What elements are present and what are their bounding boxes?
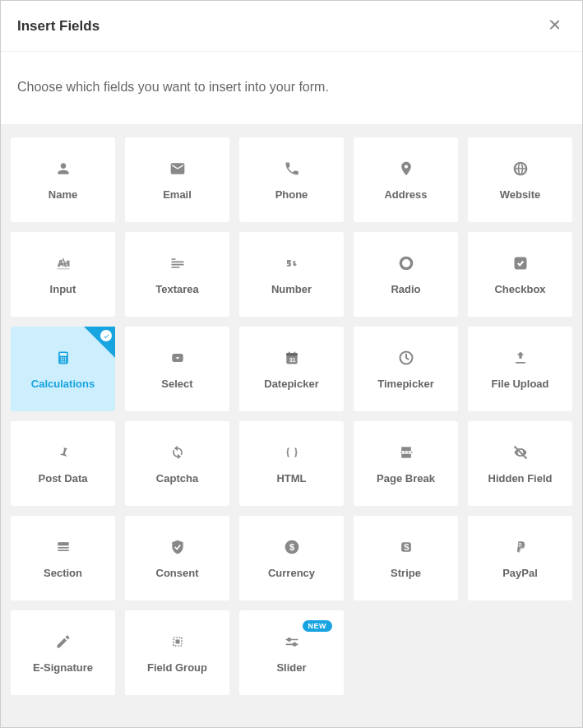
paypal-icon — [511, 537, 530, 557]
group-icon — [168, 632, 187, 651]
tile-label: PayPal — [502, 567, 538, 579]
tile-label: Timepicker — [377, 378, 433, 390]
tile-label: Website — [500, 188, 541, 201]
field-tile-hiddenfield[interactable]: Hidden Field — [468, 421, 572, 506]
dropdown-icon — [168, 348, 187, 368]
typeface-icon — [53, 253, 73, 273]
field-tile-datepicker[interactable]: Datepicker — [239, 327, 344, 411]
tile-label: Radio — [391, 283, 420, 295]
tile-label: Post Data — [39, 472, 88, 485]
field-tile-phone[interactable]: Phone — [239, 137, 344, 222]
tile-label: Field Group — [147, 661, 207, 674]
intro-text: Choose which fields you want to insert i… — [17, 80, 566, 95]
user-icon — [53, 159, 73, 179]
field-tile-number[interactable]: Number — [239, 232, 344, 317]
stripe-icon — [396, 537, 416, 557]
field-tile-section[interactable]: Section — [11, 516, 115, 600]
calendar-icon — [282, 348, 302, 368]
pushpin-icon — [53, 443, 73, 462]
shield-icon — [168, 537, 187, 557]
field-tile-currency[interactable]: Currency — [239, 516, 344, 600]
field-tile-postdata[interactable]: Post Data — [11, 421, 115, 506]
braces-icon — [282, 443, 302, 462]
field-tile-radio[interactable]: Radio — [354, 232, 458, 317]
tile-label: Datepicker — [264, 378, 318, 390]
field-tile-input[interactable]: Input — [11, 232, 115, 317]
field-tile-captcha[interactable]: Captcha — [125, 421, 229, 506]
pencil-icon — [53, 632, 73, 651]
upload-icon — [511, 348, 530, 368]
tile-label: Stripe — [391, 567, 421, 579]
field-tile-checkbox[interactable]: Checkbox — [468, 232, 572, 317]
tile-label: Phone — [275, 188, 308, 201]
globe-icon — [511, 159, 530, 179]
number-icon — [282, 253, 302, 273]
tile-label: Currency — [268, 567, 315, 579]
tile-label: Page Break — [377, 472, 435, 485]
tile-label: Email — [163, 188, 192, 201]
slider-icon — [282, 632, 302, 651]
tile-label: Textarea — [155, 283, 199, 295]
field-tile-esignature[interactable]: E-Signature — [11, 610, 115, 695]
mail-icon — [168, 159, 187, 179]
fields-panel: NameEmailPhoneAddressWebsiteInputTextare… — [1, 124, 582, 728]
section-icon — [53, 537, 73, 557]
field-tile-name[interactable]: Name — [11, 137, 115, 222]
close-icon — [548, 17, 562, 32]
tile-label: Captcha — [156, 472, 198, 485]
field-tile-timepicker[interactable]: Timepicker — [354, 327, 458, 411]
tile-label: Input — [50, 283, 76, 295]
dialog-title: Insert Fields — [17, 18, 99, 35]
dollar-icon — [282, 537, 302, 557]
tile-label: Checkbox — [494, 283, 545, 295]
dialog-header: Insert Fields — [1, 1, 582, 52]
field-tile-consent[interactable]: Consent — [125, 516, 229, 600]
calculator-icon — [53, 348, 73, 368]
phone-icon — [282, 159, 302, 179]
tile-label: Select — [161, 378, 192, 390]
field-tile-slider[interactable]: NEWSlider — [239, 610, 344, 695]
tile-label: Name — [49, 188, 77, 201]
field-tile-pagebreak[interactable]: Page Break — [354, 421, 458, 506]
field-tile-select[interactable]: Select — [125, 327, 229, 411]
tile-label: Slider — [276, 661, 306, 674]
field-tile-stripe[interactable]: Stripe — [354, 516, 458, 600]
tile-label: Consent — [156, 567, 199, 579]
field-tile-email[interactable]: Email — [125, 137, 229, 222]
tile-label: E-Signature — [33, 661, 93, 674]
tile-label: Section — [44, 567, 82, 579]
fields-grid: NameEmailPhoneAddressWebsiteInputTextare… — [11, 137, 572, 695]
new-badge: NEW — [303, 620, 333, 632]
tile-label: Calculations — [31, 378, 95, 390]
tile-label: Number — [271, 283, 312, 295]
paragraph-icon — [168, 253, 187, 273]
pin-icon — [396, 159, 416, 179]
selected-check-icon — [100, 330, 112, 341]
radio-icon — [396, 253, 416, 273]
field-tile-fileupload[interactable]: File Upload — [468, 327, 572, 411]
field-tile-fieldgroup[interactable]: Field Group — [125, 610, 229, 695]
eye-off-icon — [511, 443, 530, 462]
close-button[interactable] — [544, 14, 566, 38]
refresh-icon — [168, 443, 187, 462]
field-tile-paypal[interactable]: PayPal — [468, 516, 572, 600]
tile-label: File Upload — [491, 378, 548, 390]
field-tile-html[interactable]: HTML — [239, 421, 344, 506]
field-tile-calculations[interactable]: Calculations — [11, 327, 115, 411]
field-tile-website[interactable]: Website — [468, 137, 572, 222]
tile-label: Address — [384, 188, 427, 201]
clock-icon — [396, 348, 416, 368]
pagebreak-icon — [396, 443, 416, 462]
tile-label: Hidden Field — [488, 472, 553, 485]
field-tile-textarea[interactable]: Textarea — [125, 232, 229, 317]
intro-section: Choose which fields you want to insert i… — [1, 52, 582, 124]
tile-label: HTML — [276, 472, 306, 485]
field-tile-address[interactable]: Address — [354, 137, 458, 222]
checkbox-icon — [511, 253, 530, 273]
